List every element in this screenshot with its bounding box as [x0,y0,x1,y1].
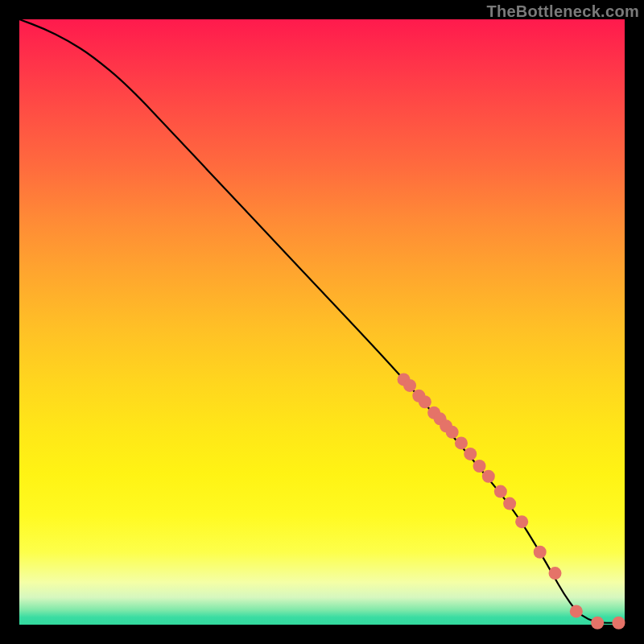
watermark-text: TheBottleneck.com [486,2,639,21]
scatter-dot [534,546,547,559]
scatter-dot [419,395,431,408]
scatter-dot [591,617,604,630]
scatter-dot [549,567,562,580]
scatter-dot [446,426,459,439]
curve-line [19,19,625,623]
outer-frame: TheBottleneck.com [0,0,644,644]
scatter-dots [398,373,625,629]
scatter-dot [503,497,516,510]
scatter-dot [455,436,468,449]
scatter-dot [403,379,416,392]
chart-overlay [19,19,625,625]
scatter-dot [515,515,528,528]
scatter-dot [494,485,507,498]
scatter-dot [612,617,625,630]
scatter-dot [473,460,486,473]
scatter-dot [570,605,583,617]
scatter-dot [464,448,477,460]
scatter-dot [482,470,495,483]
